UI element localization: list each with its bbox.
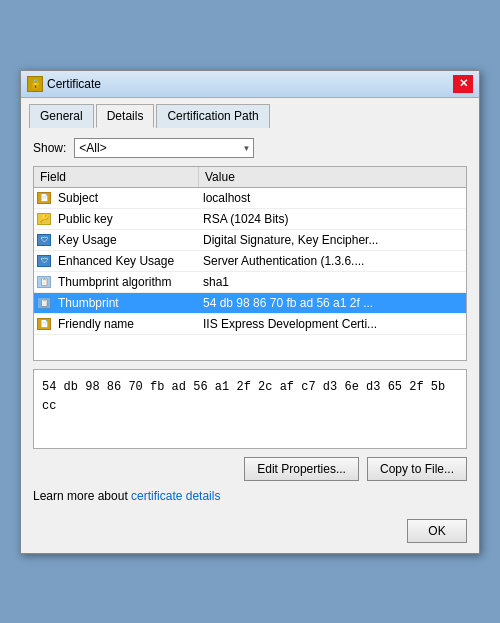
tab-details[interactable]: Details bbox=[96, 104, 155, 128]
col-header-value: Value bbox=[199, 167, 466, 187]
table-header: Field Value bbox=[34, 167, 466, 188]
table-row[interactable]: 📄 Friendly name IIS Express Development … bbox=[34, 314, 466, 335]
detail-box: 54 db 98 86 70 fb ad 56 a1 2f 2c af c7 d… bbox=[33, 369, 467, 449]
show-row: Show: <All> Version 1 Fields Only Extens… bbox=[33, 138, 467, 158]
show-select-wrapper: <All> Version 1 Fields Only Extensions O… bbox=[74, 138, 254, 158]
row-field-thumbalg: Thumbprint algorithm bbox=[54, 272, 199, 292]
cert-icon: 📄 bbox=[34, 190, 54, 206]
close-button[interactable]: ✕ bbox=[453, 75, 473, 93]
table-row[interactable]: 📄 Subject localhost bbox=[34, 188, 466, 209]
table-row-selected[interactable]: 📋 Thumbprint 54 db 98 86 70 fb ad 56 a1 … bbox=[34, 293, 466, 314]
titlebar: 🔒 Certificate ✕ bbox=[21, 71, 479, 98]
detail-text: 54 db 98 86 70 fb ad 56 a1 2f 2c af c7 d… bbox=[42, 380, 445, 413]
tabs-bar: General Details Certification Path bbox=[21, 98, 479, 128]
certificate-dialog: 🔒 Certificate ✕ General Details Certific… bbox=[20, 70, 480, 554]
window-icon: 🔒 bbox=[27, 76, 43, 92]
col-header-field: Field bbox=[34, 167, 199, 187]
tab-certification-path[interactable]: Certification Path bbox=[156, 104, 269, 128]
show-select[interactable]: <All> Version 1 Fields Only Extensions O… bbox=[74, 138, 254, 158]
table-row[interactable]: 🛡 Key Usage Digital Signature, Key Encip… bbox=[34, 230, 466, 251]
row-value-friendlyname: IIS Express Development Certi... bbox=[199, 314, 466, 334]
action-buttons: Edit Properties... Copy to File... bbox=[33, 457, 467, 481]
content-area: Show: <All> Version 1 Fields Only Extens… bbox=[21, 128, 479, 513]
row-field-thumbprint: Thumbprint bbox=[54, 293, 199, 313]
row-field-enhkeyusage: Enhanced Key Usage bbox=[54, 251, 199, 271]
learn-more-prefix: Learn more about bbox=[33, 489, 131, 503]
window-title: Certificate bbox=[47, 77, 101, 91]
row-field-friendlyname: Friendly name bbox=[54, 314, 199, 334]
row-value-thumbprint: 54 db 98 86 70 fb ad 56 a1 2f ... bbox=[199, 293, 466, 313]
friendly-icon: 📄 bbox=[37, 318, 51, 330]
row-field-subject: Subject bbox=[54, 188, 199, 208]
row-value-thumbalg: sha1 bbox=[199, 272, 466, 292]
thumbprint-icon: 📋 bbox=[37, 297, 51, 309]
titlebar-left: 🔒 Certificate bbox=[27, 76, 101, 92]
bottom-row: OK bbox=[21, 513, 479, 553]
shield-icon: 🛡 bbox=[37, 234, 51, 246]
table-row[interactable]: 🛡 Enhanced Key Usage Server Authenticati… bbox=[34, 251, 466, 272]
row-value-enhkeyusage: Server Authentication (1.3.6.... bbox=[199, 251, 466, 271]
shield2-icon-wrapper: 🛡 bbox=[34, 253, 54, 269]
table-row[interactable]: 🔑 Public key RSA (1024 Bits) bbox=[34, 209, 466, 230]
shield2-icon: 🛡 bbox=[37, 255, 51, 267]
doc-icon-wrapper: 📋 bbox=[34, 274, 54, 290]
row-field-keyusage: Key Usage bbox=[54, 230, 199, 250]
row-field-publickey: Public key bbox=[54, 209, 199, 229]
tab-general[interactable]: General bbox=[29, 104, 94, 128]
friendly-icon-wrapper: 📄 bbox=[34, 316, 54, 332]
thumb-icon-wrapper: 📋 bbox=[34, 295, 54, 311]
edit-properties-button[interactable]: Edit Properties... bbox=[244, 457, 359, 481]
show-label: Show: bbox=[33, 141, 66, 155]
row-value-keyusage: Digital Signature, Key Encipher... bbox=[199, 230, 466, 250]
ok-button[interactable]: OK bbox=[407, 519, 467, 543]
copy-to-file-button[interactable]: Copy to File... bbox=[367, 457, 467, 481]
certificate-icon: 📄 bbox=[37, 192, 51, 204]
field-table: Field Value 📄 Subject localhost 🔑 Public… bbox=[33, 166, 467, 361]
key-icon-wrapper: 🔑 bbox=[34, 211, 54, 227]
row-value-subject: localhost bbox=[199, 188, 466, 208]
row-value-publickey: RSA (1024 Bits) bbox=[199, 209, 466, 229]
table-row[interactable]: 📋 Thumbprint algorithm sha1 bbox=[34, 272, 466, 293]
certificate-details-link[interactable]: certificate details bbox=[131, 489, 220, 503]
doc-icon: 📋 bbox=[37, 276, 51, 288]
key-icon: 🔑 bbox=[37, 213, 51, 225]
shield-icon-wrapper: 🛡 bbox=[34, 232, 54, 248]
learn-more-row: Learn more about certificate details bbox=[33, 489, 467, 503]
